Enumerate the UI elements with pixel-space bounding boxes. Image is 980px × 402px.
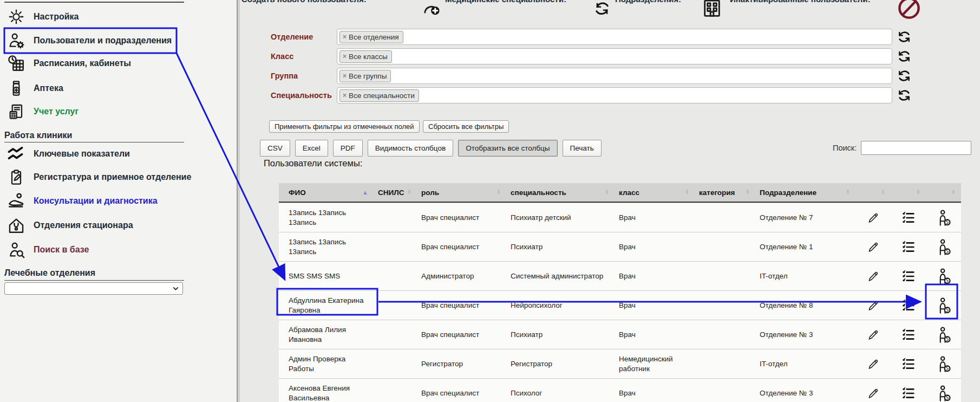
cell-snils — [374, 291, 417, 320]
filter-input-специальность[interactable]: ×Все специальности — [337, 87, 892, 103]
hospital-icon — [6, 216, 26, 235]
sort-icons: ▲▼ — [685, 190, 689, 195]
details-list-icon[interactable] — [900, 297, 917, 314]
sidebar-item-ключевые-показатели[interactable]: Ключевые показатели — [6, 142, 130, 166]
table-row-абдуллина[interactable]: Абдуллина Екатерина ГаяровнаВрач специал… — [279, 290, 961, 320]
filter-input-отделение[interactable]: ×Все отделения — [337, 29, 892, 45]
table-row-аксенова[interactable]: Аксенова Евгения ВасильевнаВрач специали… — [279, 378, 961, 402]
column-header-категория[interactable]: категория▲▼ — [695, 183, 755, 202]
topbar-link-подразделения[interactable]: Подразделения: — [615, 0, 681, 4]
refresh-icon[interactable] — [896, 48, 912, 64]
user-payment-icon[interactable]: S — [936, 327, 952, 343]
svg-text:S: S — [946, 395, 949, 400]
topbar-link-инактивированные-пользователи[interactable]: Инактивированные пользователи: — [730, 0, 870, 4]
toolbar-button-печать[interactable]: Печать — [563, 140, 602, 157]
toolbar-button-отобразить-все-столбцы[interactable]: Отобразить все столбцы — [458, 140, 557, 157]
cell-fio: SMS SMS SMS — [279, 262, 374, 290]
gear-icon — [6, 7, 26, 27]
table-header-row: ФИО▲СНИЛС▲▼роль▲▼специальность▲▼класс▲▼к… — [279, 183, 961, 203]
cell-fio: Абдуллина Екатерина Гаяровна — [279, 291, 374, 320]
details-list-icon[interactable] — [900, 327, 917, 343]
table-row-админ[interactable]: Админ Проверка РаботыРегистраторРегистра… — [279, 349, 961, 378]
med-specialties-sync-icon[interactable] — [592, 0, 612, 22]
chip-remove-icon[interactable]: × — [343, 53, 347, 60]
edit-pencil-icon[interactable] — [865, 385, 881, 401]
user-payment-icon[interactable]: S — [936, 239, 952, 255]
sidebar-item-расписания-кабинеты[interactable]: Расписания, кабинеты — [6, 51, 131, 75]
user-payment-icon[interactable]: S — [936, 385, 952, 401]
details-list-icon[interactable] — [900, 210, 917, 226]
table-row-sms[interactable]: SMS SMS SMSАдминистраторСистемный админи… — [279, 261, 961, 290]
details-list-icon[interactable] — [900, 239, 917, 255]
sidebar-item-отделения-стационара[interactable]: Отделения стационара — [6, 213, 133, 237]
filter-chip: ×Все группы — [339, 70, 391, 82]
toolbar-button-excel[interactable]: Excel — [295, 140, 328, 157]
filter-input-группа[interactable]: ×Все группы — [337, 68, 892, 84]
details-list-icon[interactable] — [900, 268, 917, 284]
sidebar-item-поиск-в-базе[interactable]: Поиск в базе — [6, 238, 89, 262]
refresh-icon[interactable] — [896, 29, 912, 45]
sidebar-item-аптека[interactable]: Аптека — [6, 76, 63, 100]
sidebar-item-регистратура-и-приемное-отделение[interactable]: Регистратура и приемное отделение — [6, 165, 191, 189]
chip-remove-icon[interactable]: × — [343, 33, 347, 41]
user-payment-icon[interactable]: S — [936, 356, 952, 372]
edit-pencil-icon[interactable] — [865, 268, 881, 284]
column-header-actions-3[interactable]: ▲▼ — [926, 183, 961, 202]
cell-action — [891, 291, 926, 320]
column-header-actions-2[interactable]: ▲▼ — [891, 183, 926, 202]
topbar-link-медицинские-специальности[interactable]: Медицинские специальности: — [445, 0, 566, 4]
column-header-класс[interactable]: класс▲▼ — [615, 183, 695, 202]
edit-pencil-icon[interactable] — [865, 210, 881, 226]
search-input[interactable] — [861, 141, 971, 155]
cell-fio: 13апись 13апись 13апись — [279, 203, 374, 232]
edit-pencil-icon[interactable] — [865, 239, 881, 255]
sidebar-item-пользователи-и-подразделения[interactable]: Пользователи и подразделения — [6, 29, 172, 53]
refresh-icon[interactable] — [896, 68, 912, 84]
edit-pencil-icon[interactable] — [865, 327, 881, 343]
column-header-специальность[interactable]: специальность▲▼ — [506, 183, 615, 202]
refresh-icon[interactable] — [896, 87, 912, 103]
column-header-фио[interactable]: ФИО▲ — [279, 183, 374, 202]
cell-category — [695, 320, 755, 349]
table-row-13апись[interactable]: 13апись 13апись 13аписьВрач специалистПс… — [279, 232, 961, 261]
edit-pencil-icon[interactable] — [865, 356, 881, 372]
add-user-icon[interactable] — [421, 0, 443, 24]
consultation-icon — [6, 191, 26, 211]
chip-remove-icon[interactable]: × — [343, 92, 347, 99]
departments-building-icon[interactable] — [701, 0, 723, 23]
column-header-роль[interactable]: роль▲▼ — [417, 183, 506, 202]
cell-action: S — [926, 262, 961, 290]
table-row-13апись[interactable]: 13апись 13апись 13аписьВрач специалистПс… — [279, 203, 961, 232]
edit-pencil-icon[interactable] — [865, 297, 881, 314]
cell-class: Врач — [615, 291, 695, 320]
topbar-link-создать-нового-пользователя[interactable]: Создать нового пользователя: — [241, 0, 367, 4]
user-payment-icon[interactable]: S — [936, 268, 952, 284]
apply-filters-button[interactable]: Применить фильтры из отмеченных полей — [269, 120, 420, 133]
sort-icons: ▲▼ — [605, 190, 609, 195]
sidebar-item-консультации-и-диагностика[interactable]: Консультации и диагностика — [6, 189, 158, 213]
details-list-icon[interactable] — [900, 385, 917, 401]
user-payment-icon[interactable]: S — [936, 297, 952, 314]
sidebar-item-настройка[interactable]: Настройка — [6, 5, 79, 29]
user-payment-icon[interactable]: S — [936, 210, 952, 226]
column-header-снилс[interactable]: СНИЛС▲▼ — [374, 183, 417, 202]
column-header-подразделение[interactable]: Подразделение▲▼ — [755, 183, 855, 202]
filter-input-класс[interactable]: ×Все классы — [337, 48, 892, 64]
details-list-icon[interactable] — [900, 356, 917, 372]
inactive-users-ban-icon[interactable] — [897, 0, 922, 24]
sidebar-item-учет-услуг[interactable]: Учет услуг — [6, 100, 79, 124]
cell-action — [855, 291, 891, 320]
services-icon — [6, 102, 26, 121]
toolbar-button-pdf[interactable]: PDF — [333, 140, 363, 157]
cell-department: IT-отдел — [755, 349, 855, 378]
treatment-department-select[interactable] — [4, 282, 183, 295]
chip-remove-icon[interactable]: × — [343, 72, 347, 80]
column-header-actions-1[interactable]: ▲▼ — [855, 183, 891, 202]
reset-filters-button[interactable]: Сбросить все фильтры — [423, 120, 509, 133]
toolbar-button-csv[interactable]: CSV — [260, 140, 290, 157]
sort-icons: ▲▼ — [916, 190, 920, 195]
toolbar-button-видимость-столбцов[interactable]: Видимость столбцов — [368, 140, 453, 157]
table-row-абрамова[interactable]: Абрамова Лилия ИвановнаВрач специалистПс… — [279, 320, 961, 349]
cell-class: Врач — [615, 232, 695, 261]
cell-specialty: Психиатр — [506, 320, 615, 349]
